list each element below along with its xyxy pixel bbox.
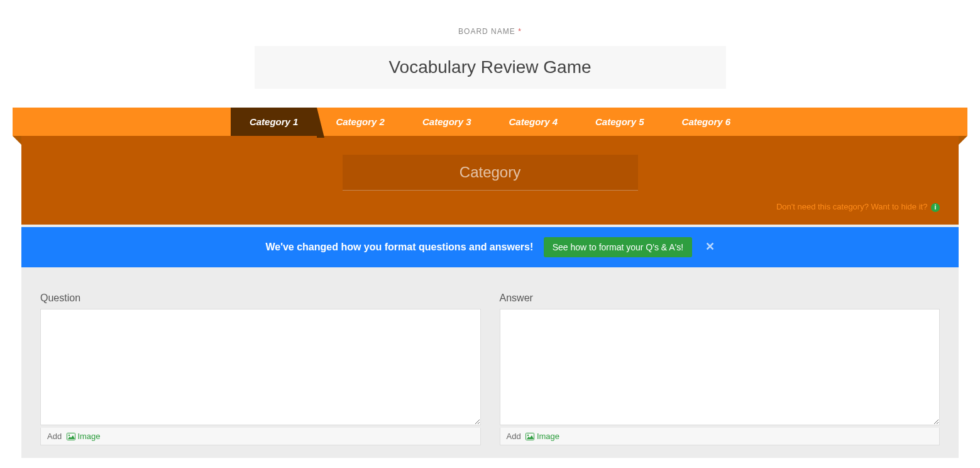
hide-category-link[interactable]: Don't need this category? Want to hide i…	[776, 202, 927, 211]
format-alert: We've changed how you format questions a…	[21, 227, 959, 267]
svg-point-1	[69, 435, 70, 436]
category-panel: Don't need this category? Want to hide i…	[21, 136, 959, 225]
image-icon	[526, 433, 534, 440]
answer-textarea[interactable]	[500, 309, 940, 425]
image-icon	[67, 433, 75, 440]
category-name-input[interactable]	[343, 155, 638, 191]
format-help-button[interactable]: See how to format your Q's & A's!	[544, 237, 692, 257]
add-image-link-question[interactable]: Image	[67, 432, 101, 441]
answer-footer: Add Image	[500, 428, 940, 445]
question-label: Question	[40, 292, 481, 304]
add-label: Add	[507, 432, 521, 441]
question-footer: Add Image	[40, 428, 481, 445]
board-name-input[interactable]	[255, 46, 726, 89]
board-name-label: BOARD NAME	[458, 27, 515, 36]
tab-category-4[interactable]: Category 4	[490, 108, 577, 136]
question-textarea[interactable]	[40, 309, 481, 425]
tab-category-1[interactable]: Category 1	[231, 108, 317, 136]
info-icon[interactable]: i	[931, 203, 940, 212]
required-asterisk: *	[518, 27, 522, 36]
category-tabs-bar: Category 1 Category 2 Category 3 Categor…	[13, 108, 967, 136]
tab-category-3[interactable]: Category 3	[404, 108, 490, 136]
alert-text: We've changed how you format questions a…	[265, 242, 533, 252]
tab-category-5[interactable]: Category 5	[576, 108, 663, 136]
answer-label: Answer	[500, 292, 940, 304]
close-icon[interactable]: ✕	[705, 240, 715, 253]
add-label: Add	[47, 432, 62, 441]
add-image-link-answer[interactable]: Image	[526, 432, 559, 441]
tab-category-6[interactable]: Category 6	[663, 108, 750, 136]
svg-point-3	[527, 435, 529, 436]
tab-category-2[interactable]: Category 2	[317, 108, 404, 136]
